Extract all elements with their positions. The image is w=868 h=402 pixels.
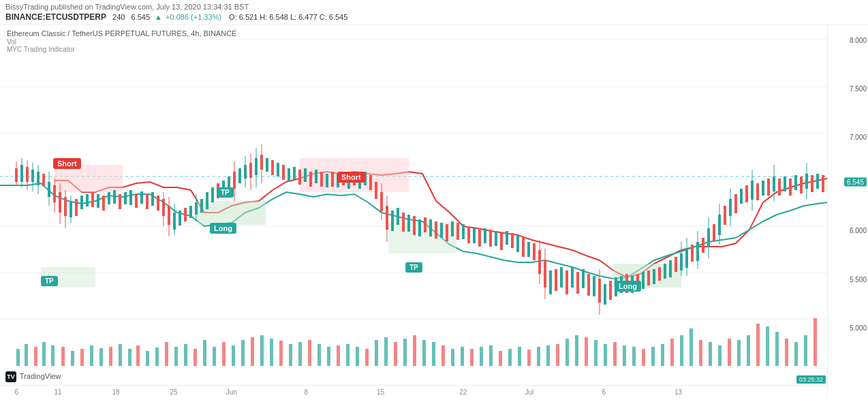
svg-rect-268 (767, 179, 770, 196)
svg-rect-87 (766, 326, 769, 366)
svg-rect-58 (489, 345, 493, 366)
tp-signal-2: TP (217, 187, 234, 198)
svg-rect-51 (422, 340, 426, 366)
svg-rect-244 (675, 257, 677, 272)
svg-rect-173 (315, 170, 317, 183)
svg-rect-224 (571, 267, 574, 288)
svg-rect-78 (680, 335, 683, 366)
svg-rect-36 (279, 341, 283, 366)
time-label-4: 25 (170, 388, 177, 396)
chart-info: Ethereum Classic / TetherUS PERPETUAL FU… (7, 29, 236, 53)
svg-rect-18 (109, 347, 112, 366)
svg-rect-28 (203, 340, 206, 366)
svg-rect-74 (642, 349, 645, 366)
svg-rect-261 (734, 194, 737, 213)
svg-rect-20 (128, 349, 131, 366)
svg-rect-54 (451, 349, 454, 366)
svg-rect-184 (375, 182, 377, 199)
chart-container[interactable]: Ethereum Classic / TetherUS PERPETUAL FU… (0, 25, 868, 399)
svg-rect-33 (251, 337, 254, 366)
price-6000: 6.000 (850, 227, 867, 234)
svg-rect-71 (613, 342, 617, 366)
svg-rect-210 (506, 231, 508, 245)
svg-rect-212 (516, 235, 519, 252)
svg-rect-123 (91, 192, 94, 207)
price-arrow: ▲ (155, 13, 162, 21)
svg-rect-239 (647, 270, 650, 285)
svg-rect-249 (691, 245, 694, 262)
svg-rect-81 (709, 342, 712, 366)
price-change: +0.086 (+1.33%) (166, 13, 221, 21)
price-7000: 7.000 (850, 134, 867, 141)
svg-rect-47 (384, 337, 388, 366)
svg-rect-266 (756, 183, 759, 200)
time-label-10: 6 (602, 388, 606, 396)
svg-rect-166 (277, 163, 279, 176)
svg-rect-199 (446, 224, 448, 241)
svg-rect-226 (582, 269, 585, 288)
svg-rect-13 (61, 347, 65, 366)
svg-rect-22 (146, 351, 149, 366)
svg-rect-82 (718, 345, 722, 366)
svg-rect-52 (432, 342, 435, 366)
svg-rect-64 (546, 345, 550, 366)
svg-rect-55 (461, 347, 464, 366)
svg-rect-241 (658, 267, 661, 281)
svg-rect-69 (594, 340, 598, 366)
svg-rect-44 (356, 347, 359, 366)
svg-rect-204 (473, 228, 476, 243)
svg-rect-109 (42, 174, 45, 186)
svg-rect-91 (804, 335, 807, 366)
svg-rect-48 (394, 342, 397, 366)
svg-rect-190 (397, 208, 399, 225)
svg-rect-38 (298, 342, 302, 366)
svg-rect-31 (232, 345, 235, 366)
svg-rect-128 (119, 194, 121, 209)
svg-rect-164 (266, 158, 268, 172)
svg-rect-68 (585, 337, 588, 366)
svg-rect-77 (670, 339, 674, 366)
svg-rect-172 (309, 172, 312, 187)
svg-rect-189 (391, 211, 394, 231)
svg-rect-170 (298, 170, 301, 185)
svg-rect-135 (157, 196, 159, 211)
svg-rect-255 (713, 224, 715, 241)
svg-rect-8 (16, 349, 20, 366)
svg-rect-227 (587, 274, 590, 296)
svg-rect-92 (813, 318, 817, 366)
svg-rect-155 (238, 168, 241, 183)
svg-rect-206 (484, 228, 486, 243)
current-price-label: 6.545 (844, 178, 867, 187)
svg-rect-132 (140, 191, 143, 204)
svg-rect-23 (155, 347, 159, 366)
svg-rect-183 (369, 175, 372, 190)
svg-rect-171 (304, 168, 307, 182)
svg-rect-272 (784, 176, 786, 191)
svg-rect-83 (728, 339, 731, 366)
svg-rect-15 (80, 349, 84, 366)
svg-rect-222 (560, 267, 563, 288)
time-label-7: 15 (377, 388, 384, 396)
svg-rect-232 (609, 281, 612, 300)
svg-rect-240 (653, 269, 655, 284)
svg-rect-73 (632, 347, 636, 366)
svg-rect-143 (184, 208, 187, 221)
svg-rect-21 (136, 345, 140, 366)
time-label-2: 11 (54, 388, 61, 396)
time-label-1: 6 (14, 388, 18, 396)
current-time-label: 03:25:32 (796, 375, 826, 384)
published-info: BissyTrading published on TradingView.co… (5, 3, 863, 11)
svg-rect-258 (724, 206, 726, 225)
svg-rect-192 (407, 215, 410, 232)
svg-rect-75 (651, 347, 655, 366)
svg-rect-90 (794, 342, 798, 366)
svg-rect-198 (440, 223, 443, 238)
svg-rect-142 (179, 211, 181, 226)
svg-rect-39 (308, 340, 311, 366)
svg-rect-10 (34, 347, 37, 366)
svg-rect-205 (478, 230, 481, 247)
svg-rect-50 (413, 335, 416, 366)
svg-rect-243 (669, 260, 672, 277)
svg-rect-168 (288, 168, 290, 182)
price-5500: 5.500 (850, 275, 867, 283)
